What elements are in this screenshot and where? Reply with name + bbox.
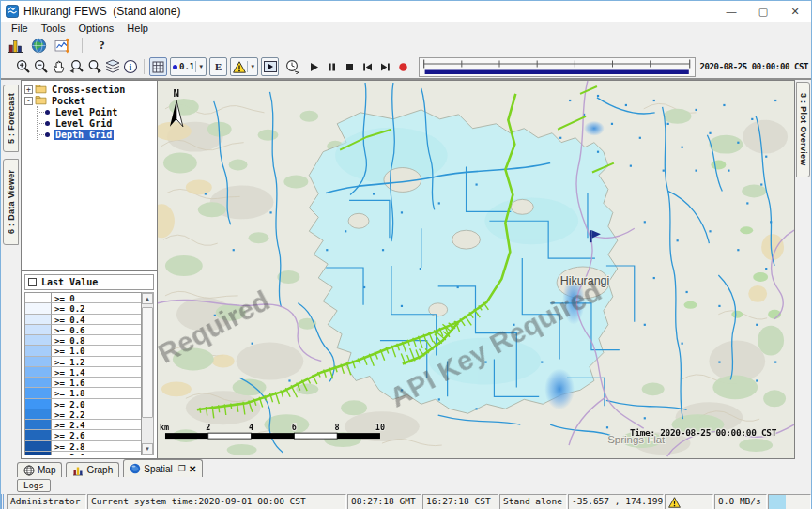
menu-item-tools[interactable]: Tools — [35, 23, 72, 34]
legend-class-row[interactable]: >= 1.6 — [25, 378, 141, 388]
expand-icon[interactable]: + — [24, 85, 33, 94]
legend-color-swatch — [25, 441, 52, 452]
warnings-dropdown[interactable]: ▼ — [230, 57, 258, 76]
tree-leaf-row[interactable]: Level Point — [38, 106, 157, 117]
legend-color-swatch — [25, 452, 52, 455]
title-bar[interactable]: Hikurangi FEWS (Stand alone) — ▢ ✕ — [1, 1, 811, 22]
scrollbar-thumb[interactable] — [142, 307, 153, 418]
minimize-button[interactable]: — — [715, 1, 747, 22]
step-to-start-button[interactable] — [359, 57, 376, 76]
animation-button[interactable] — [261, 57, 279, 76]
layers-icon[interactable] — [103, 57, 121, 76]
tab-graph[interactable]: Graph — [66, 462, 119, 477]
side-tab-forecast[interactable]: 5 : Forecast — [3, 85, 19, 152]
time-slider[interactable] — [419, 57, 695, 77]
globe-icon[interactable] — [30, 36, 48, 54]
timeseries-chart-icon[interactable] — [54, 36, 71, 54]
legend-color-swatch — [25, 303, 52, 314]
legend-class-row[interactable]: >= 0.6 — [25, 325, 141, 335]
legend-class-row[interactable]: >= 0.2 — [25, 303, 141, 314]
database-icon[interactable] — [7, 36, 24, 54]
status-warning-cell[interactable] — [665, 494, 713, 509]
last-value-checkbox[interactable] — [28, 278, 37, 286]
info-icon[interactable]: i — [121, 57, 139, 76]
tab-spatial[interactable]: Spatial❐✕ — [123, 459, 203, 477]
legend-class-row[interactable]: >= 2.8 — [25, 441, 141, 452]
logs-row: Logs — [1, 477, 811, 493]
zoom-in-icon[interactable] — [14, 57, 32, 76]
play-button[interactable] — [305, 57, 323, 76]
svg-text:2: 2 — [206, 423, 210, 432]
scroll-up-icon[interactable]: ▲ — [142, 293, 153, 304]
tree-folder-row[interactable]: +Cross-section — [24, 84, 157, 95]
legend-class-row[interactable]: >= 0.8 — [25, 335, 141, 346]
close-icon[interactable]: ✕ — [189, 464, 196, 474]
bullet-icon — [45, 121, 50, 126]
tab-map[interactable]: Map — [17, 462, 62, 477]
maximize-button[interactable]: ▢ — [747, 1, 779, 22]
svg-text:6: 6 — [292, 423, 297, 432]
menu-item-help[interactable]: Help — [120, 23, 155, 34]
zoom-previous-icon[interactable] — [68, 57, 85, 76]
contour-interval-dropdown[interactable]: 0.1 ▼ — [170, 57, 207, 76]
legend-button[interactable]: E — [209, 57, 227, 76]
legend-color-swatch — [25, 357, 52, 367]
tree-branch-line — [38, 123, 44, 124]
bullet-icon — [45, 110, 50, 115]
tree-folder-row[interactable]: -Pocket — [24, 95, 157, 106]
help-button[interactable]: ? — [93, 36, 111, 54]
zoom-next-icon[interactable] — [85, 57, 103, 76]
step-to-end-button[interactable] — [376, 57, 394, 76]
app-window: Hikurangi FEWS (Stand alone) — ▢ ✕ FileT… — [0, 0, 812, 509]
globe-icon — [130, 463, 141, 474]
tree-children: Level PointLevel GridDepth Grid — [37, 106, 157, 140]
legend-title: Last Value — [41, 277, 98, 287]
legend-class-row[interactable]: >= 1.2 — [25, 357, 141, 367]
menu-bar: FileToolsOptionsHelp — [1, 22, 811, 35]
legend-class-row[interactable]: >= 0.4 — [25, 315, 141, 325]
legend-class-row[interactable]: >= 1.0 — [25, 346, 141, 356]
legend-color-swatch — [25, 335, 52, 346]
record-button[interactable] — [394, 57, 412, 76]
legend-class-row[interactable]: >= 2.0 — [25, 399, 141, 409]
zoom-out-icon[interactable] — [32, 57, 50, 76]
svg-text:4: 4 — [249, 423, 253, 432]
menu-item-file[interactable]: File — [5, 23, 35, 34]
stop-button[interactable] — [341, 57, 359, 76]
tree-leaf-row[interactable]: Level Grid — [38, 117, 157, 129]
pan-hand-icon[interactable] — [50, 57, 68, 76]
tree-leaf-row[interactable]: Depth Grid — [38, 129, 157, 140]
legend-class-label: >= 0.4 — [52, 315, 141, 325]
legend-color-swatch — [25, 378, 52, 388]
restore-icon[interactable]: ❐ — [178, 464, 186, 473]
close-button[interactable]: ✕ — [779, 1, 811, 22]
legend-color-swatch — [25, 293, 52, 303]
map-canvas[interactable]: Hikurangi Springs Flat API Key Required … — [158, 80, 795, 459]
legend-class-row[interactable]: >= 0 — [25, 293, 141, 303]
grid-toggle-button[interactable] — [149, 57, 167, 76]
timer-settings-icon[interactable] — [283, 57, 301, 76]
legend-class-row[interactable]: >= 1.4 — [25, 367, 141, 378]
menu-item-options[interactable]: Options — [71, 23, 120, 34]
side-tab-viewer[interactable]: 6 : Data Viewer — [3, 159, 19, 245]
side-tab-plot-overview[interactable]: 3 : Plot Overview — [796, 82, 810, 177]
legend-class-row[interactable]: >= 2.2 — [25, 409, 141, 420]
status-system-time: Current system time:2020-09-01 00:00 CST — [87, 494, 346, 509]
collapse-icon[interactable]: - — [24, 97, 33, 105]
legend-class-row[interactable]: >= 2.4 — [25, 420, 141, 430]
scroll-down-icon[interactable]: ▼ — [142, 443, 153, 455]
toolbar-separator — [144, 59, 145, 74]
logs-button[interactable]: Logs — [17, 479, 51, 492]
tab-label: Spatial — [144, 464, 173, 474]
legend-class-row[interactable]: >= 1.8 — [25, 388, 141, 398]
pause-button[interactable] — [323, 57, 341, 76]
legend-class-row[interactable]: >= 3.0 — [25, 452, 141, 455]
bullet-icon — [45, 132, 50, 137]
legend-class-label: >= 2.4 — [52, 420, 141, 430]
legend-color-swatch — [25, 325, 52, 335]
tree-item-label: Level Point — [54, 107, 119, 117]
legend-class-label: >= 2.2 — [52, 409, 141, 420]
legend-class-row[interactable]: >= 2.6 — [25, 430, 141, 440]
legend-scrollbar[interactable]: ▲ ▼ — [142, 292, 154, 455]
folder-icon — [35, 95, 50, 107]
